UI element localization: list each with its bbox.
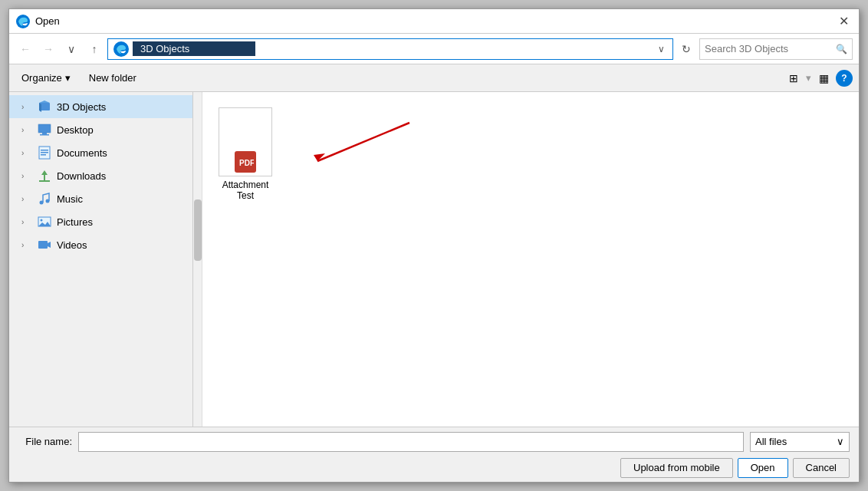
file-list: PDF Attachment Test [202, 92, 859, 427]
open-button[interactable]: Open [738, 458, 788, 478]
sidebar-item-label-downloads: Downloads [57, 170, 186, 182]
file-thumbnail: PDF [219, 107, 272, 176]
sidebar-item-label-music: Music [57, 193, 186, 205]
svg-point-16 [46, 199, 50, 203]
filetype-label: All files [755, 436, 787, 447]
sidebar-item-documents[interactable]: › Documents [9, 141, 192, 164]
close-button[interactable]: ✕ [834, 12, 853, 31]
svg-marker-4 [39, 103, 41, 112]
location-bar[interactable]: 3D Objects ∨ [107, 38, 673, 60]
sidebar-item-3dobjects[interactable]: › 3D Objects [9, 95, 192, 118]
sidebar-scrollbar[interactable] [193, 92, 202, 427]
new-folder-label: New folder [89, 72, 136, 84]
view-divider: ▾ [806, 72, 811, 84]
filename-label: File name: [18, 436, 72, 447]
svg-text:PDF: PDF [239, 159, 254, 167]
svg-rect-10 [41, 150, 48, 151]
dialog-title: Open [35, 15, 834, 27]
organize-button[interactable]: Organize ▾ [15, 70, 77, 86]
svg-marker-21 [48, 242, 51, 248]
sidebar-item-desktop[interactable]: › Desktop [9, 118, 192, 141]
organize-arrow: ▾ [65, 72, 71, 84]
sidebar-item-label-documents: Documents [57, 147, 186, 159]
sidebar-item-label-desktop: Desktop [57, 124, 186, 136]
sidebar-item-downloads[interactable]: › Downloads [9, 164, 192, 187]
sidebar-item-label-3dobjects: 3D Objects [57, 101, 186, 113]
svg-marker-3 [39, 101, 50, 103]
svg-rect-7 [42, 133, 47, 134]
organize-label: Organize [21, 72, 62, 84]
expand-arrow-desktop: › [21, 126, 32, 134]
videos-icon [37, 237, 52, 252]
svg-rect-11 [41, 152, 48, 153]
location-icon [113, 41, 130, 58]
toolbar: Organize ▾ New folder ⊞ ▾ ▦ ? [9, 64, 859, 92]
buttons-row: Upload from mobile Open Cancel [18, 458, 850, 478]
documents-icon [37, 145, 52, 160]
sidebar-item-pictures[interactable]: › Pictures [9, 210, 192, 233]
chevron-button[interactable]: ∨ [61, 39, 81, 59]
search-input[interactable] [705, 43, 836, 54]
file-name: Attachment Test [218, 180, 273, 201]
pictures-icon [37, 214, 52, 229]
desktop-icon [37, 122, 52, 137]
cancel-button[interactable]: Cancel [793, 458, 850, 478]
filename-row: File name: All files ∨ [18, 432, 850, 452]
location-chevron[interactable]: ∨ [655, 44, 668, 54]
expand-arrow-documents: › [21, 149, 32, 157]
refresh-button[interactable]: ↻ [676, 39, 696, 59]
downloads-icon [37, 168, 52, 183]
expand-arrow: › [21, 103, 32, 111]
svg-point-15 [40, 201, 44, 205]
bottombar: File name: All files ∨ Upload from mobil… [9, 427, 859, 482]
location-text: 3D Objects [133, 41, 255, 56]
up-button[interactable]: ↑ [84, 39, 104, 59]
expand-arrow-videos: › [21, 241, 32, 249]
back-button[interactable]: ← [15, 39, 35, 59]
file-area: PDF Attachment Test [202, 92, 859, 427]
search-box[interactable]: 🔍 [699, 38, 853, 60]
search-icon: 🔍 [836, 44, 847, 54]
sidebar: › 3D Objects › Desktop › [9, 92, 193, 427]
forward-button[interactable]: → [38, 39, 58, 59]
3dobjects-icon [37, 99, 52, 114]
expand-arrow-music: › [21, 195, 32, 203]
scrollbar-thumb [194, 199, 202, 261]
help-button[interactable]: ? [836, 70, 853, 87]
titlebar: Open ✕ [9, 9, 859, 34]
svg-rect-12 [41, 154, 46, 156]
svg-point-18 [41, 219, 43, 222]
addressbar: ← → ∨ ↑ 3D Objects ∨ ↻ 🔍 [9, 34, 859, 64]
svg-rect-8 [40, 134, 49, 136]
file-item[interactable]: PDF Attachment Test [215, 104, 276, 204]
sidebar-item-music[interactable]: › Music [9, 187, 192, 210]
open-dialog: Open ✕ ← → ∨ ↑ 3D Objects ∨ ↻ 🔍 Organize… [8, 8, 860, 483]
app-icon [15, 14, 31, 29]
filetype-chevron: ∨ [837, 436, 844, 447]
expand-arrow-downloads: › [21, 172, 32, 180]
view-grid-button[interactable]: ⊞ [783, 68, 804, 89]
expand-arrow-pictures: › [21, 218, 32, 226]
view-list-icon: ▦ [819, 72, 829, 84]
upload-mobile-button[interactable]: Upload from mobile [620, 458, 733, 478]
sidebar-item-label-videos: Videos [57, 239, 186, 251]
filetype-select[interactable]: All files ∨ [750, 432, 850, 452]
sidebar-item-label-pictures: Pictures [57, 216, 186, 228]
svg-rect-5 [38, 124, 51, 133]
svg-rect-20 [38, 241, 48, 249]
view-grid-icon: ⊞ [789, 72, 798, 84]
pdf-icon: PDF [235, 151, 256, 173]
svg-marker-13 [41, 170, 48, 181]
svg-rect-14 [39, 180, 50, 182]
new-folder-button[interactable]: New folder [83, 70, 143, 86]
view-list-button[interactable]: ▦ [813, 68, 834, 89]
sidebar-item-videos[interactable]: › Videos [9, 233, 192, 256]
main-content: › 3D Objects › Desktop › [9, 92, 859, 427]
view-buttons: ⊞ ▾ ▦ ? [783, 68, 853, 89]
music-icon [37, 191, 52, 206]
filename-input[interactable] [78, 432, 744, 452]
